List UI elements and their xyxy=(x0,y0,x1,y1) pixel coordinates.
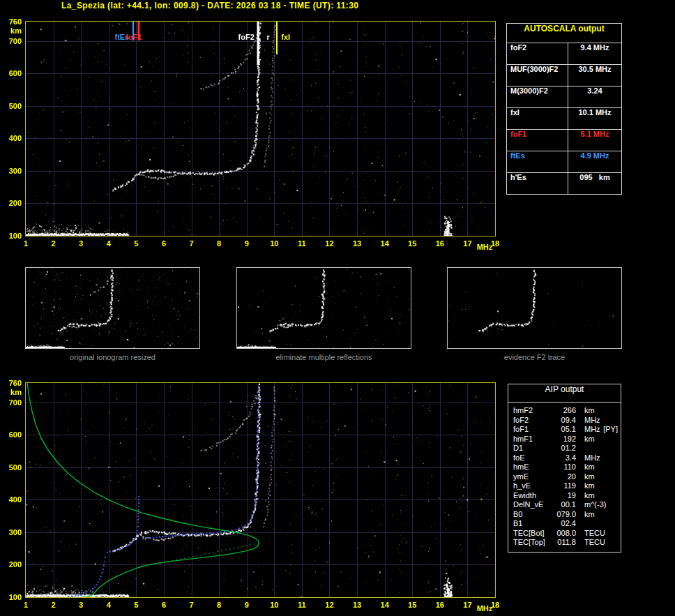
autoscala-row: h'Es095 km xyxy=(507,173,621,194)
aip-row-unit: TECU xyxy=(576,538,605,548)
x-axis-tick-label: 7 xyxy=(183,239,200,248)
aip-row-unit: MHz xyxy=(576,453,600,463)
aip-row-label: h_vE xyxy=(513,481,552,491)
aip-row-value: 008.0 xyxy=(552,529,576,539)
aip-row: ymE20km xyxy=(508,472,621,482)
foF2-marker-label: foF2 xyxy=(238,33,255,41)
aip-row-value: 079.0 xyxy=(552,510,576,520)
x-axis-tick-label: 7 xyxy=(183,601,200,609)
aip-row-unit: km xyxy=(576,406,595,416)
autoscala-row: ftEs4.9 MHz xyxy=(507,151,621,173)
thumbnail-eliminate-reflections xyxy=(236,267,411,349)
y-axis-tick-label: 760 xyxy=(3,17,22,26)
x-axis-tick-label: 17 xyxy=(459,601,476,609)
autoscala-row: MUF(3000)F230.5 MHz xyxy=(507,65,621,87)
r-marker-label: r xyxy=(266,33,269,41)
aip-row-label: D1 xyxy=(513,444,552,453)
autoscala-row-label: ftEs xyxy=(507,151,568,172)
aip-row-value: 09.4 xyxy=(552,416,576,426)
aip-row-value: 20 xyxy=(552,472,576,482)
autoscala-row-label: foF2 xyxy=(507,43,568,64)
aip-row-unit: MHz xyxy=(576,425,600,435)
aip-row-label: B0 xyxy=(513,510,552,520)
aip-row-unit xyxy=(576,519,584,529)
aip-row-label: TEC[Top] xyxy=(513,538,552,548)
aip-row-label: ymE xyxy=(513,472,552,482)
x-axis-tick-label: 13 xyxy=(349,601,365,609)
aip-row: TEC[Bot]008.0TECU xyxy=(508,529,621,539)
x-axis-tick-label: 14 xyxy=(377,239,393,248)
autoscala-row: fxI10.1 MHz xyxy=(507,108,621,130)
x-axis-tick-label: 3 xyxy=(73,601,89,609)
aip-row-value: 05.1 xyxy=(552,425,576,435)
aip-row-unit: km xyxy=(576,491,595,501)
aip-row-unit: km xyxy=(576,510,595,520)
autoscala-row: foF29.4 MHz xyxy=(507,43,621,65)
foF1-marker-label: foF1 xyxy=(126,33,142,41)
autoscala-window: La_Spezia (lat: +44.1, lon: 009.8) - DAT… xyxy=(0,0,675,616)
x-axis-tick-label: 15 xyxy=(404,601,420,609)
aip-row-unit: km xyxy=(576,463,595,472)
thumbnail-original-ionogram xyxy=(25,267,200,349)
thumbnail-caption-original: original ionogram resized xyxy=(25,353,200,361)
y-axis-tick-label: 200 xyxy=(3,560,22,569)
autoscala-row: M(3000)F23.24 xyxy=(507,87,621,108)
x-axis-tick-label: 11 xyxy=(294,239,310,248)
aip-row: h_vE119km xyxy=(508,481,621,491)
aip-row-label: hmF2 xyxy=(513,406,552,416)
y-axis-tick-label: 600 xyxy=(3,69,22,77)
x-axis-tick-label: 5 xyxy=(128,601,144,609)
aip-row: DelN_vE00.1m^(-3) xyxy=(508,500,621,510)
y-axis-unit-label: km xyxy=(3,388,22,396)
aip-row: D101.2 xyxy=(508,444,621,453)
aip-row-unit: TECU xyxy=(576,529,605,539)
x-axis-tick-label: 8 xyxy=(211,601,227,609)
thumbnail-canvas-f2 xyxy=(448,268,621,348)
autoscala-row-label: h'Es xyxy=(507,173,568,194)
autoscala-table-title: AUTOSCALA output xyxy=(507,24,621,43)
autoscala-row-value: 9.4 MHz xyxy=(568,43,621,64)
aip-row: hmE110km xyxy=(508,463,621,472)
x-axis-tick-label: 10 xyxy=(266,601,282,609)
y-axis-tick-label: 200 xyxy=(3,199,22,207)
aip-row-label: DelN_vE xyxy=(513,500,552,510)
x-axis-tick-label: 5 xyxy=(128,239,144,248)
thumbnail-evidence-f2 xyxy=(447,267,622,349)
x-axis-tick-label: 3 xyxy=(73,239,89,248)
aip-row-value: 119 xyxy=(552,481,576,491)
aip-row: foE3.4MHz xyxy=(508,453,621,463)
aip-row-unit: km xyxy=(576,481,595,491)
y-axis-tick-label: 500 xyxy=(3,102,22,110)
aip-row-label: foF1 xyxy=(513,425,552,435)
autoscala-row-value: 5.1 MHz xyxy=(568,130,621,151)
x-axis-tick-label: 1 xyxy=(17,601,34,609)
x-axis-tick-label: 15 xyxy=(404,239,420,248)
aip-row-value: 266 xyxy=(552,406,576,416)
y-axis-tick-label: 600 xyxy=(3,430,22,439)
x-axis-tick-label: 16 xyxy=(432,239,448,248)
autoscala-row-value: 095 km xyxy=(568,173,621,194)
x-axis-tick-label: 12 xyxy=(321,601,338,609)
autoscala-output-table: AUTOSCALA output foF29.4 MHzMUF(3000)F23… xyxy=(506,23,622,195)
y-axis-tick-label: 300 xyxy=(3,528,22,536)
aip-row: TEC[Top]011.8TECU xyxy=(508,538,621,548)
y-axis-tick-label: 400 xyxy=(3,495,22,504)
aip-row-label: foE xyxy=(513,453,552,463)
aip-row-unit xyxy=(576,444,584,453)
x-axis-tick-label: 9 xyxy=(238,239,255,248)
x-axis-tick-label: 17 xyxy=(459,239,476,248)
y-axis-tick-label: 300 xyxy=(3,167,22,175)
aip-row-unit: km xyxy=(576,472,595,482)
autoscala-row-value: 4.9 MHz xyxy=(568,151,621,172)
aip-row-value: 192 xyxy=(552,435,576,444)
aip-row-unit: m^(-3) xyxy=(576,500,606,510)
x-axis-unit-label: MHz xyxy=(474,243,495,251)
autoscala-table-rows: foF29.4 MHzMUF(3000)F230.5 MHzM(3000)F23… xyxy=(507,43,621,194)
y-axis-tick-label: 700 xyxy=(3,37,22,45)
aip-row-unit: MHz xyxy=(576,416,600,426)
aip-row: hmF1192km xyxy=(508,435,621,444)
aip-row-value: 00.1 xyxy=(552,500,576,510)
aip-row-label: hmE xyxy=(513,463,552,472)
aip-row-value: 110 xyxy=(552,463,576,472)
ionogram-canvas-profile xyxy=(26,383,495,597)
